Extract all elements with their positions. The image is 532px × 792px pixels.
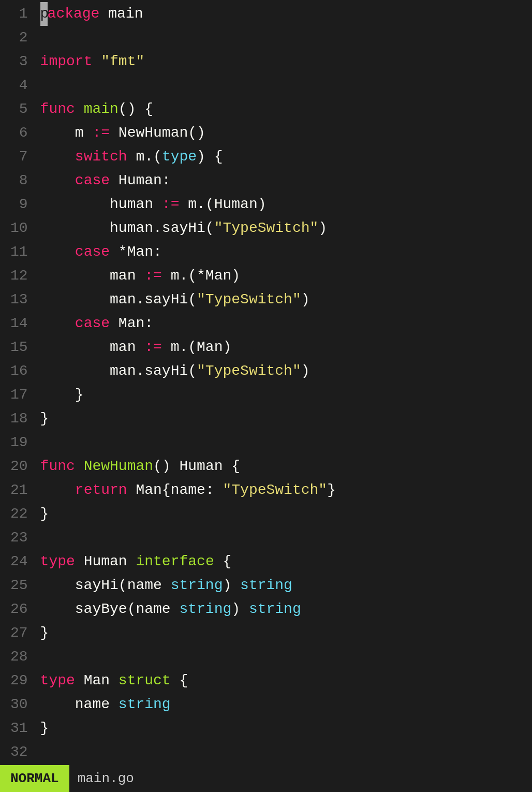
token: Man: <box>110 315 153 331</box>
mode-badge: NORMAL <box>0 765 69 792</box>
token: string <box>119 696 171 712</box>
token: switch <box>75 149 127 165</box>
token: NewHuman <box>84 458 153 474</box>
token: ) <box>231 601 249 617</box>
token <box>92 53 101 69</box>
code-line: sayBye(name string) string <box>40 597 532 621</box>
token: main <box>99 6 143 22</box>
code-line: } <box>40 407 532 431</box>
line-number: 17 <box>10 383 28 407</box>
code-line: type Man struct { <box>40 669 532 693</box>
line-number: 19 <box>10 431 28 454</box>
code-line: return Man{name: "TypeSwitch"} <box>40 478 532 502</box>
line-number: 21 <box>10 478 28 502</box>
token: m.( <box>127 149 162 165</box>
token: case <box>75 244 110 260</box>
code-line: case Human: <box>40 169 532 193</box>
token: ) { <box>197 149 223 165</box>
code-line <box>40 526 532 550</box>
token: func <box>40 101 75 117</box>
line-number: 29 <box>10 669 28 693</box>
filename-label: main.go <box>69 767 142 790</box>
code-line <box>40 645 532 669</box>
token: Man{name: <box>127 482 223 498</box>
token <box>75 458 84 474</box>
code-line: name string <box>40 693 532 716</box>
line-number: 20 <box>10 454 28 478</box>
token: } <box>40 410 49 427</box>
code-line: switch m.(type) { <box>40 145 532 169</box>
code-line: man := m.(Man) <box>40 335 532 359</box>
token: p <box>40 2 48 26</box>
code-line <box>40 431 532 454</box>
token <box>40 482 75 498</box>
token: } <box>40 720 49 736</box>
token <box>40 149 75 165</box>
token: "TypeSwitch" <box>223 482 328 498</box>
token: func <box>40 458 75 474</box>
token: return <box>75 482 127 498</box>
token: sayBye(name <box>40 601 180 617</box>
token: m <box>40 125 93 141</box>
line-number: 27 <box>10 621 28 645</box>
code-content[interactable]: package main import "fmt" func main() { … <box>36 0 532 765</box>
code-line: } <box>40 621 532 645</box>
code-line: man.sayHi("TypeSwitch") <box>40 359 532 383</box>
token <box>40 244 75 260</box>
token: string <box>249 601 301 617</box>
token: () { <box>119 101 153 117</box>
token: := <box>92 125 110 141</box>
code-line: man.sayHi("TypeSwitch") <box>40 288 532 312</box>
token: { <box>171 672 188 688</box>
line-numbers: 1234567891011121314151617181920212223242… <box>0 0 36 765</box>
token <box>40 315 75 331</box>
token: name <box>40 696 119 712</box>
code-line: import "fmt" <box>40 50 532 74</box>
line-number: 30 <box>10 693 28 716</box>
token: m.(Man) <box>162 339 231 355</box>
token: m.(Human) <box>179 196 266 212</box>
code-line: man := m.(*Man) <box>40 264 532 288</box>
token: human.sayHi( <box>40 220 214 236</box>
token: case <box>75 315 110 331</box>
line-number: 13 <box>10 288 28 312</box>
token: ackage <box>48 6 100 22</box>
code-area: 1234567891011121314151617181920212223242… <box>0 0 532 765</box>
token: type <box>40 553 75 569</box>
code-line: } <box>40 383 532 407</box>
token: () Human { <box>153 458 240 474</box>
token: } <box>327 482 336 498</box>
token: string <box>179 601 231 617</box>
token: man.sayHi( <box>40 291 197 307</box>
line-number: 28 <box>10 645 28 669</box>
code-line: func NewHuman() Human { <box>40 454 532 478</box>
token: interface <box>136 553 214 569</box>
token: man.sayHi( <box>40 363 197 379</box>
line-number: 23 <box>10 526 28 550</box>
code-line: package main <box>40 2 532 26</box>
token: type <box>40 672 75 688</box>
line-number: 2 <box>10 26 28 50</box>
token: NewHuman() <box>110 125 205 141</box>
line-number: 3 <box>10 50 28 74</box>
token: Human: <box>110 172 171 188</box>
token <box>75 101 84 117</box>
code-line <box>40 74 532 97</box>
token: human <box>40 196 162 212</box>
code-line: func main() { <box>40 97 532 121</box>
token: string <box>240 577 292 593</box>
token: string <box>171 577 223 593</box>
editor: 1234567891011121314151617181920212223242… <box>0 0 532 792</box>
line-number: 14 <box>10 312 28 335</box>
line-number: 18 <box>10 407 28 431</box>
token: ) <box>301 363 310 379</box>
line-number: 7 <box>10 145 28 169</box>
code-line <box>40 740 532 764</box>
token: struct <box>119 672 171 688</box>
token: ) <box>223 577 240 593</box>
token: sayHi(name <box>40 577 171 593</box>
line-number: 12 <box>10 264 28 288</box>
token: m.(*Man) <box>162 268 240 284</box>
code-line: } <box>40 716 532 740</box>
token: } <box>40 506 49 522</box>
